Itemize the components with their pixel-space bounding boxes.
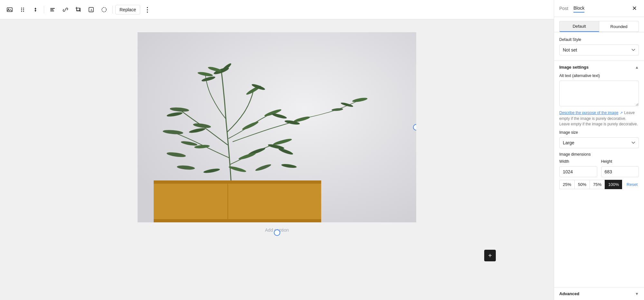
sidebar-tabs: Post Block	[559, 4, 584, 13]
style-tabs: Default Rounded	[554, 17, 644, 32]
image-block: Add caption	[138, 32, 416, 233]
width-label: Width	[559, 159, 597, 164]
percent-75-btn[interactable]: 75%	[590, 180, 605, 189]
image-settings-content: Alt text (alternative text) Describe the…	[554, 73, 644, 194]
tab-post[interactable]: Post	[559, 4, 568, 13]
percent-100-btn[interactable]: 100%	[605, 180, 622, 189]
dimensions-row: Width Height	[559, 159, 639, 177]
svg-rect-19	[154, 180, 321, 184]
plant-svg	[138, 32, 416, 222]
toolbar-divider-2	[112, 6, 113, 14]
svg-rect-9	[50, 8, 55, 9]
select-circle-btn[interactable]	[98, 4, 110, 15]
image-settings-header[interactable]: Image settings ▲	[554, 61, 644, 73]
close-button[interactable]: ✕	[630, 4, 639, 13]
editor-toolbar: A Replace ⋮	[0, 0, 554, 19]
svg-point-6	[21, 11, 22, 12]
svg-point-5	[23, 9, 24, 10]
width-input[interactable]	[559, 166, 597, 177]
move-btn[interactable]	[30, 4, 41, 15]
svg-rect-10	[50, 9, 53, 10]
add-block-button[interactable]: +	[484, 250, 496, 261]
percent-50-btn[interactable]: 50%	[574, 180, 590, 189]
plant-image[interactable]	[138, 32, 416, 222]
crop-btn[interactable]	[72, 4, 84, 15]
image-dimensions-label: Image dimensions	[559, 152, 639, 157]
alt-text-link-container: Describe the purpose of the image ↗ Leav…	[559, 110, 639, 121]
text-overlay-btn[interactable]: A	[85, 4, 97, 15]
alt-text-input[interactable]	[559, 81, 639, 106]
replace-button[interactable]: Replace	[115, 5, 140, 15]
svg-point-3	[23, 7, 24, 8]
image-size-select[interactable]: Thumbnail Medium Large Full Size Custom	[559, 137, 639, 148]
tab-block[interactable]: Block	[573, 4, 584, 13]
image-dimensions-field: Image dimensions Width Height 25% 50% 75…	[559, 152, 639, 189]
sidebar: Post Block ✕ Default Rounded Default Sty…	[554, 0, 644, 300]
sidebar-header: Post Block ✕	[554, 0, 644, 17]
svg-point-15	[102, 7, 106, 12]
drag-handle-btn[interactable]	[17, 4, 28, 15]
image-settings-title: Image settings	[559, 65, 589, 70]
default-style-section: Default Style Not set Default Rounded	[554, 32, 644, 61]
svg-rect-0	[7, 8, 12, 12]
content-area: Add caption +	[0, 19, 554, 300]
reset-dimensions-btn[interactable]: Reset	[625, 181, 639, 188]
svg-rect-20	[154, 219, 321, 222]
more-options-button[interactable]: ⋮	[141, 4, 153, 15]
advanced-title: Advanced	[559, 291, 579, 296]
width-field: Width	[559, 159, 597, 177]
svg-point-2	[21, 7, 22, 8]
image-size-field: Image size Thumbnail Medium Large Full S…	[559, 130, 639, 148]
percent-25-btn[interactable]: 25%	[559, 180, 574, 189]
image-icon-btn[interactable]	[4, 4, 15, 15]
svg-point-1	[8, 8, 9, 9]
svg-point-7	[23, 11, 24, 12]
link-btn[interactable]	[60, 4, 71, 15]
alt-text-label: Alt text (alternative text)	[559, 73, 639, 78]
height-field: Height	[601, 159, 639, 177]
svg-text:A: A	[90, 8, 93, 12]
advanced-section[interactable]: Advanced ▼	[554, 287, 644, 300]
align-btn[interactable]	[47, 4, 58, 15]
alt-text-link[interactable]: Describe the purpose of the image	[559, 111, 618, 115]
advanced-chevron: ▼	[635, 292, 639, 296]
default-style-select[interactable]: Not set Default Rounded	[559, 44, 639, 55]
external-link-icon: ↗	[620, 111, 623, 115]
default-style-field: Default Style Not set Default Rounded	[559, 37, 639, 55]
alt-text-field: Alt text (alternative text) Describe the…	[559, 73, 639, 126]
height-input[interactable]	[601, 166, 639, 177]
svg-point-4	[21, 9, 22, 10]
resize-handle-bottom[interactable]	[274, 229, 280, 236]
image-size-label: Image size	[559, 130, 639, 135]
add-block-icon: +	[488, 252, 492, 259]
image-settings-chevron: ▲	[635, 65, 639, 70]
style-tab-rounded[interactable]: Rounded	[599, 21, 639, 32]
percent-buttons: 25% 50% 75% 100% Reset	[559, 180, 639, 189]
height-label: Height	[601, 159, 639, 164]
default-style-label: Default Style	[559, 37, 639, 42]
toolbar-divider-1	[44, 6, 44, 14]
svg-rect-11	[50, 11, 54, 11]
svg-rect-18	[154, 180, 321, 222]
style-tab-default[interactable]: Default	[559, 21, 599, 32]
alt-text-decorative-hint: Leave empty if the image is purely decor…	[559, 122, 639, 126]
